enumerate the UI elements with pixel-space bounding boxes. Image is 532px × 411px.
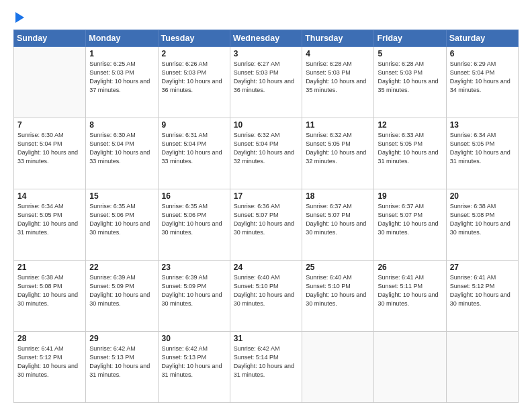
header xyxy=(13,12,519,23)
day-number: 6 xyxy=(450,49,515,58)
calendar-cell: 3Sunrise: 6:27 AM Sunset: 5:03 PM Daylig… xyxy=(230,47,302,118)
calendar-cell: 17Sunrise: 6:36 AM Sunset: 5:07 PM Dayli… xyxy=(230,189,302,261)
day-info: Sunrise: 6:30 AM Sunset: 5:04 PM Dayligh… xyxy=(17,131,82,166)
day-info: Sunrise: 6:30 AM Sunset: 5:04 PM Dayligh… xyxy=(89,131,154,166)
day-number: 8 xyxy=(89,120,154,130)
day-number: 30 xyxy=(162,334,226,343)
col-saturday: Saturday xyxy=(446,30,518,47)
page: Sunday Monday Tuesday Wednesday Thursday… xyxy=(0,0,532,411)
day-info: Sunrise: 6:38 AM Sunset: 5:08 PM Dayligh… xyxy=(17,273,82,308)
calendar-cell xyxy=(14,47,86,118)
calendar-cell: 12Sunrise: 6:33 AM Sunset: 5:05 PM Dayli… xyxy=(374,118,446,189)
day-number: 26 xyxy=(378,263,442,272)
calendar-cell: 20Sunrise: 6:38 AM Sunset: 5:08 PM Dayli… xyxy=(446,189,518,261)
day-number: 14 xyxy=(17,191,82,201)
calendar-header-row: Sunday Monday Tuesday Wednesday Thursday… xyxy=(14,30,519,47)
day-number: 2 xyxy=(162,49,226,58)
day-info: Sunrise: 6:41 AM Sunset: 5:12 PM Dayligh… xyxy=(450,273,515,308)
day-info: Sunrise: 6:37 AM Sunset: 5:07 PM Dayligh… xyxy=(306,202,370,237)
day-info: Sunrise: 6:36 AM Sunset: 5:07 PM Dayligh… xyxy=(234,202,298,237)
day-number: 3 xyxy=(234,49,298,58)
day-info: Sunrise: 6:25 AM Sunset: 5:03 PM Dayligh… xyxy=(89,60,154,95)
day-info: Sunrise: 6:42 AM Sunset: 5:13 PM Dayligh… xyxy=(89,345,154,379)
day-info: Sunrise: 6:35 AM Sunset: 5:06 PM Dayligh… xyxy=(162,202,226,237)
calendar-week-row: 7Sunrise: 6:30 AM Sunset: 5:04 PM Daylig… xyxy=(14,118,519,189)
day-info: Sunrise: 6:33 AM Sunset: 5:05 PM Dayligh… xyxy=(378,131,442,166)
day-info: Sunrise: 6:37 AM Sunset: 5:07 PM Dayligh… xyxy=(378,202,442,237)
calendar-week-row: 28Sunrise: 6:41 AM Sunset: 5:12 PM Dayli… xyxy=(14,332,519,403)
calendar-cell: 14Sunrise: 6:34 AM Sunset: 5:05 PM Dayli… xyxy=(14,189,86,261)
day-info: Sunrise: 6:42 AM Sunset: 5:13 PM Dayligh… xyxy=(162,345,226,379)
day-number: 13 xyxy=(450,120,515,130)
calendar-cell: 25Sunrise: 6:40 AM Sunset: 5:10 PM Dayli… xyxy=(302,261,374,332)
day-info: Sunrise: 6:32 AM Sunset: 5:05 PM Dayligh… xyxy=(306,131,370,166)
calendar-cell: 28Sunrise: 6:41 AM Sunset: 5:12 PM Dayli… xyxy=(14,332,86,403)
day-number: 12 xyxy=(378,120,442,130)
calendar-cell: 2Sunrise: 6:26 AM Sunset: 5:03 PM Daylig… xyxy=(158,47,230,118)
calendar-cell: 10Sunrise: 6:32 AM Sunset: 5:04 PM Dayli… xyxy=(230,118,302,189)
calendar-cell: 1Sunrise: 6:25 AM Sunset: 5:03 PM Daylig… xyxy=(86,47,158,118)
day-number: 11 xyxy=(306,120,370,130)
calendar-cell: 19Sunrise: 6:37 AM Sunset: 5:07 PM Dayli… xyxy=(374,189,446,261)
calendar-cell: 26Sunrise: 6:41 AM Sunset: 5:11 PM Dayli… xyxy=(374,261,446,332)
logo xyxy=(13,12,24,23)
day-number: 25 xyxy=(306,263,370,272)
day-number: 15 xyxy=(89,191,154,201)
day-info: Sunrise: 6:31 AM Sunset: 5:04 PM Dayligh… xyxy=(162,131,226,166)
day-number: 16 xyxy=(162,191,226,201)
calendar-cell: 15Sunrise: 6:35 AM Sunset: 5:06 PM Dayli… xyxy=(86,189,158,261)
calendar-cell: 23Sunrise: 6:39 AM Sunset: 5:09 PM Dayli… xyxy=(158,261,230,332)
calendar-table: Sunday Monday Tuesday Wednesday Thursday… xyxy=(13,30,519,403)
day-number: 4 xyxy=(306,49,370,58)
day-info: Sunrise: 6:39 AM Sunset: 5:09 PM Dayligh… xyxy=(162,273,226,308)
day-number: 22 xyxy=(89,263,154,272)
calendar-week-row: 14Sunrise: 6:34 AM Sunset: 5:05 PM Dayli… xyxy=(14,189,519,261)
calendar-cell: 4Sunrise: 6:28 AM Sunset: 5:03 PM Daylig… xyxy=(302,47,374,118)
day-info: Sunrise: 6:42 AM Sunset: 5:14 PM Dayligh… xyxy=(234,345,298,379)
day-number: 9 xyxy=(162,120,226,130)
col-tuesday: Tuesday xyxy=(158,30,230,47)
day-number: 31 xyxy=(234,334,298,343)
day-info: Sunrise: 6:34 AM Sunset: 5:05 PM Dayligh… xyxy=(17,202,82,237)
calendar-cell: 6Sunrise: 6:29 AM Sunset: 5:04 PM Daylig… xyxy=(446,47,518,118)
day-number: 10 xyxy=(234,120,298,130)
day-number: 7 xyxy=(17,120,82,130)
day-info: Sunrise: 6:27 AM Sunset: 5:03 PM Dayligh… xyxy=(234,60,298,95)
day-info: Sunrise: 6:39 AM Sunset: 5:09 PM Dayligh… xyxy=(89,273,154,308)
calendar-cell: 21Sunrise: 6:38 AM Sunset: 5:08 PM Dayli… xyxy=(14,261,86,332)
calendar-cell: 24Sunrise: 6:40 AM Sunset: 5:10 PM Dayli… xyxy=(230,261,302,332)
day-info: Sunrise: 6:26 AM Sunset: 5:03 PM Dayligh… xyxy=(162,60,226,95)
day-number: 18 xyxy=(306,191,370,201)
day-info: Sunrise: 6:28 AM Sunset: 5:03 PM Dayligh… xyxy=(306,60,370,95)
day-number: 27 xyxy=(450,263,515,272)
day-info: Sunrise: 6:41 AM Sunset: 5:11 PM Dayligh… xyxy=(378,273,442,308)
calendar-week-row: 1Sunrise: 6:25 AM Sunset: 5:03 PM Daylig… xyxy=(14,47,519,118)
calendar-cell: 29Sunrise: 6:42 AM Sunset: 5:13 PM Dayli… xyxy=(86,332,158,403)
calendar-cell: 18Sunrise: 6:37 AM Sunset: 5:07 PM Dayli… xyxy=(302,189,374,261)
calendar-cell: 13Sunrise: 6:34 AM Sunset: 5:05 PM Dayli… xyxy=(446,118,518,189)
col-monday: Monday xyxy=(86,30,158,47)
day-info: Sunrise: 6:29 AM Sunset: 5:04 PM Dayligh… xyxy=(450,60,515,95)
day-number: 23 xyxy=(162,263,226,272)
day-number: 19 xyxy=(378,191,442,201)
calendar-cell xyxy=(446,332,518,403)
calendar-cell xyxy=(302,332,374,403)
day-info: Sunrise: 6:40 AM Sunset: 5:10 PM Dayligh… xyxy=(234,273,298,308)
day-number: 28 xyxy=(17,334,82,343)
col-friday: Friday xyxy=(374,30,446,47)
day-number: 1 xyxy=(89,49,154,58)
calendar-cell xyxy=(374,332,446,403)
calendar-week-row: 21Sunrise: 6:38 AM Sunset: 5:08 PM Dayli… xyxy=(14,261,519,332)
day-info: Sunrise: 6:28 AM Sunset: 5:03 PM Dayligh… xyxy=(378,60,442,95)
calendar-cell: 7Sunrise: 6:30 AM Sunset: 5:04 PM Daylig… xyxy=(14,118,86,189)
day-info: Sunrise: 6:38 AM Sunset: 5:08 PM Dayligh… xyxy=(450,202,515,237)
day-number: 5 xyxy=(378,49,442,58)
calendar-cell: 8Sunrise: 6:30 AM Sunset: 5:04 PM Daylig… xyxy=(86,118,158,189)
calendar-cell: 5Sunrise: 6:28 AM Sunset: 5:03 PM Daylig… xyxy=(374,47,446,118)
logo-arrow-icon xyxy=(15,12,24,23)
day-number: 20 xyxy=(450,191,515,201)
calendar-cell: 11Sunrise: 6:32 AM Sunset: 5:05 PM Dayli… xyxy=(302,118,374,189)
day-info: Sunrise: 6:41 AM Sunset: 5:12 PM Dayligh… xyxy=(17,345,82,379)
calendar-cell: 16Sunrise: 6:35 AM Sunset: 5:06 PM Dayli… xyxy=(158,189,230,261)
day-number: 21 xyxy=(17,263,82,272)
